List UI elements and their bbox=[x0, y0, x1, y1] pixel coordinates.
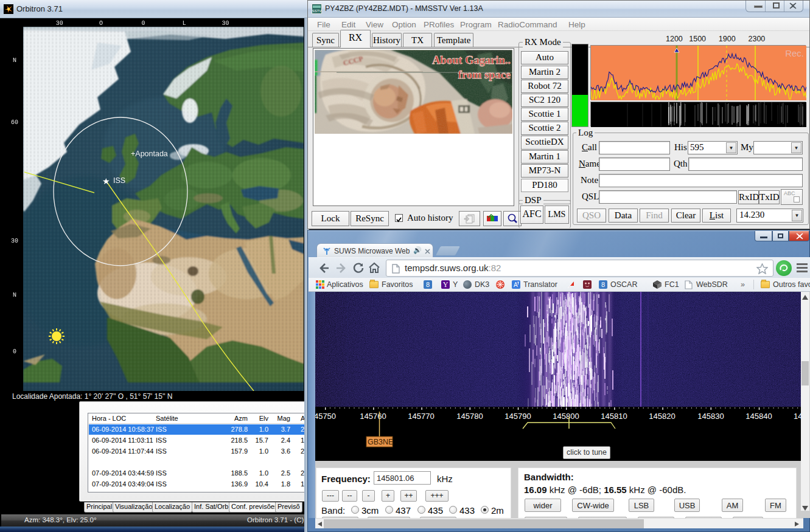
svg-text:O: O bbox=[99, 20, 103, 27]
svg-text:30: 30 bbox=[56, 20, 63, 27]
svg-text:30: 30 bbox=[11, 238, 18, 244]
svg-text:About Gagarin..: About Gagarin.. bbox=[432, 54, 511, 66]
svg-text:Rec.: Rec. bbox=[785, 48, 804, 58]
svg-text:145800: 145800 bbox=[553, 412, 579, 421]
svg-text:N: N bbox=[13, 57, 16, 64]
svg-text:145840: 145840 bbox=[745, 412, 772, 421]
svg-text:0: 0 bbox=[13, 348, 16, 355]
svg-text:145760: 145760 bbox=[360, 412, 386, 421]
svg-text:L: L bbox=[183, 20, 186, 27]
svg-text:A: A bbox=[514, 282, 518, 288]
svg-text:145810: 145810 bbox=[601, 412, 627, 421]
svg-text:145780: 145780 bbox=[456, 412, 483, 421]
svg-text:145820: 145820 bbox=[649, 412, 675, 421]
svg-text:★: ★ bbox=[102, 176, 110, 186]
svg-text:60: 60 bbox=[11, 119, 18, 126]
svg-text:145770: 145770 bbox=[408, 412, 434, 421]
svg-text:+Apontada: +Apontada bbox=[131, 150, 168, 158]
svg-text:ISS: ISS bbox=[113, 176, 125, 185]
svg-text:N: N bbox=[13, 292, 16, 299]
svg-text:GB3NE: GB3NE bbox=[368, 438, 393, 446]
svg-text:from space: from space bbox=[458, 69, 511, 81]
svg-text:30: 30 bbox=[222, 20, 229, 27]
svg-text:145830: 145830 bbox=[697, 412, 724, 421]
svg-text:0: 0 bbox=[142, 20, 145, 27]
svg-text:SSTV: SSTV bbox=[312, 9, 322, 13]
svg-text:45750: 45750 bbox=[315, 412, 336, 421]
svg-text:145790: 145790 bbox=[505, 412, 531, 421]
